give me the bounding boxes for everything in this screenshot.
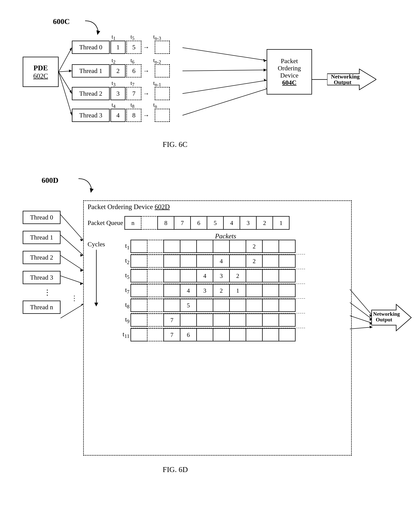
pq-row: Packet Queue n 8 7 6 5 4 3 2 1: [88, 216, 290, 230]
time-t1: t1: [116, 242, 131, 251]
svg-text:Output: Output: [376, 317, 392, 322]
p2-box3: [155, 87, 170, 100]
t9-c0: [130, 313, 148, 327]
cycles-arrow: [88, 250, 105, 306]
t2-label: t2: [112, 57, 116, 65]
t7-c1: [147, 284, 164, 297]
t1-c0: [130, 240, 148, 253]
t11-c6: [229, 328, 246, 341]
t2-c7: 2: [246, 254, 263, 268]
t7-c7: [246, 284, 263, 297]
arrow-600c-icon: [81, 17, 104, 38]
t6-label: t6: [130, 57, 135, 65]
pq-cell-4: 4: [223, 216, 240, 230]
thread-col-6d: Thread 0 Thread 1 Thread 2 Thread 3 ⋮ Th…: [23, 211, 60, 314]
thread0-box: Thread 0: [72, 41, 110, 54]
t1-c5: [213, 240, 230, 253]
pq-cell-5: 5: [207, 216, 224, 230]
pod-box-6c: Packet Ordering Device 604C: [267, 49, 312, 95]
t11-c3: 6: [180, 328, 197, 341]
t5-c4: 4: [196, 269, 213, 283]
time-t2: t2: [116, 257, 131, 265]
pde-title: PDE: [33, 64, 48, 72]
t8-c3: 5: [180, 299, 197, 312]
fig6d-label: 600D: [42, 176, 59, 185]
t11-c2: 7: [163, 328, 180, 341]
t8-c0: [130, 299, 148, 312]
svg-line-5: [59, 72, 72, 94]
svg-line-13: [182, 80, 267, 94]
svg-marker-39: [369, 326, 373, 328]
t1-c6: [229, 240, 246, 253]
pod-line3: Device: [280, 72, 298, 79]
table-row-t2: t2 4 2: [116, 254, 347, 268]
svg-line-1: [59, 48, 72, 72]
thread3-row: t4 t8 tn Thread 3 4 8 →: [72, 109, 170, 122]
svg-line-27: [60, 276, 83, 283]
pod-line1: Packet: [281, 58, 298, 65]
dots-6d: ⋮: [23, 288, 60, 297]
p3-box1: 4: [110, 109, 126, 122]
arrow-dots: →: [143, 44, 149, 51]
t3-label: t3: [112, 80, 116, 87]
tn2-label: tn-2: [153, 57, 161, 65]
svg-marker-6: [70, 90, 72, 94]
svg-marker-24: [80, 254, 83, 257]
t9-c6: [229, 313, 246, 327]
t8-label: t8: [130, 102, 135, 109]
arrow-dots2: →: [143, 90, 149, 97]
t9-c7: [246, 313, 263, 327]
svg-line-29: [60, 304, 83, 318]
svg-line-38: [350, 327, 373, 329]
pod-title-6d: Packet Ordering Device: [88, 203, 155, 211]
p1-box3: [155, 64, 170, 77]
time-t11: t11: [116, 331, 131, 339]
t2-c0: [130, 254, 148, 268]
svg-marker-0: [97, 30, 100, 35]
svg-line-25: [60, 255, 83, 270]
t8-c5: [213, 299, 230, 312]
t1-c4: [196, 240, 213, 253]
t11-c9: [278, 328, 296, 341]
cycles-arrow-head-icon: [94, 303, 98, 306]
svg-marker-10: [263, 59, 267, 62]
t11-c4: [196, 328, 213, 341]
cycles-label: Cycles: [88, 241, 105, 248]
pq-cell-6: 6: [190, 216, 207, 230]
svg-line-3: [59, 71, 72, 72]
t5-label: t5: [130, 33, 135, 41]
time-t9: t9: [116, 316, 131, 324]
t1-c7: 2: [246, 240, 263, 253]
pq-cell-3: 3: [240, 216, 257, 230]
thread3-6d: Thread 3: [23, 271, 60, 284]
t2-c2: [163, 254, 180, 268]
t2-c1: [147, 254, 164, 268]
cycles-arrow-line: [96, 250, 97, 303]
thread3-box: Thread 3: [72, 109, 110, 122]
t1-c1: [147, 240, 164, 253]
svg-text:Output: Output: [334, 79, 351, 85]
p2-box2: 7: [126, 87, 142, 100]
table-row-t9: t9 7: [116, 313, 347, 327]
svg-marker-12: [264, 69, 267, 71]
t7-c0: [130, 284, 148, 297]
svg-marker-4: [69, 70, 72, 72]
t9-c2: 7: [163, 313, 180, 327]
svg-line-32: [350, 289, 373, 316]
t11-c8: [262, 328, 279, 341]
t5-c3: [180, 269, 197, 283]
t2-c8: [262, 254, 279, 268]
t7-c4: 3: [196, 284, 213, 297]
t5-c1: [147, 269, 164, 283]
hollow-arrow-6c: Networking Output: [327, 67, 376, 92]
svg-line-7: [59, 72, 72, 115]
t7-label: t7: [130, 80, 135, 87]
t11-c0: [130, 328, 148, 341]
svg-text:Networking: Networking: [331, 73, 360, 80]
thread0-row: t1 t5 tn-3 Thread 0 1 5 →: [72, 41, 170, 54]
t7-c8: [262, 284, 279, 297]
pde-box: PDE 602C: [23, 57, 59, 87]
p1-box1: 2: [110, 64, 126, 77]
t8-c7: [246, 299, 263, 312]
pq-cell-7: 7: [174, 216, 191, 230]
